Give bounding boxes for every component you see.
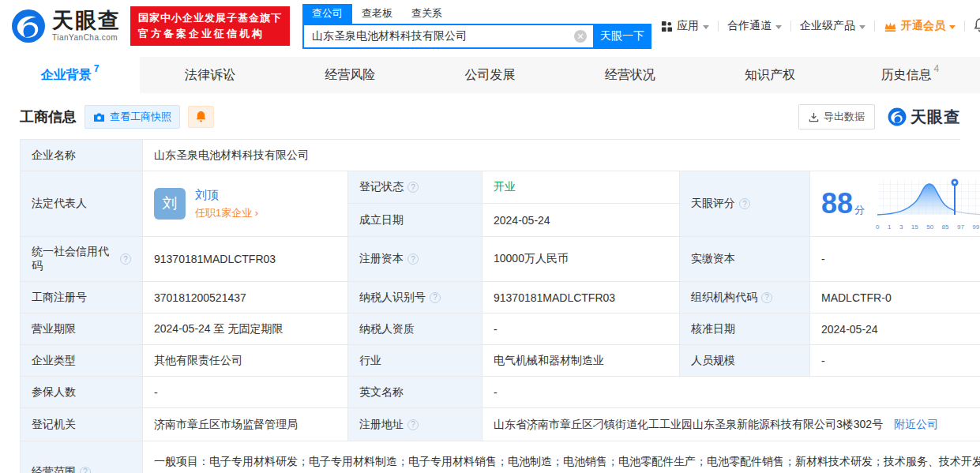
section-title: 工商信息	[20, 107, 77, 126]
tab-label: 企业背景	[41, 67, 92, 84]
field-label-legal-rep: 法定代表人	[21, 171, 143, 237]
help-icon[interactable]: ?	[407, 182, 419, 193]
tab-legal-lawsuit[interactable]: 法律诉讼	[140, 57, 280, 93]
label-text: 天眼评分	[691, 197, 735, 211]
search-button[interactable]: 天眼一下	[593, 24, 651, 49]
search-tab-company[interactable]: 查公司	[302, 4, 352, 24]
bell-icon	[195, 111, 207, 123]
field-label-tianyan-score: 天眼评分 ?	[680, 171, 810, 237]
tianyancha-logo-icon	[888, 107, 907, 126]
field-value-registration-authority: 济南市章丘区市场监督管理局	[143, 408, 348, 441]
help-icon[interactable]: ?	[761, 292, 772, 303]
menu-apps-label: 应用	[677, 19, 699, 33]
tab-company-development[interactable]: 公司发展	[420, 57, 560, 93]
label-text: 注册资本	[359, 252, 404, 266]
field-value-english-name: -	[482, 377, 980, 408]
menu-item-vip[interactable]: 开通会员	[884, 19, 956, 33]
field-label-company-name: 企业名称	[21, 140, 143, 171]
score-distribution-chart: 0131550859799100	[876, 177, 980, 231]
field-label-business-scope: 经营范围 ?	[21, 441, 143, 473]
monitor-bell-button[interactable]	[188, 106, 214, 128]
legal-rep-name-link[interactable]: 刘顶	[195, 188, 258, 203]
field-label-registered-capital: 注册资本 ?	[348, 237, 482, 282]
tab-operating-status[interactable]: 经营状况	[560, 57, 700, 93]
field-value-business-term: 2024-05-24 至 无固定期限	[143, 313, 348, 345]
legal-rep-card: 刘 刘顶 任职1家企业 ›	[143, 171, 348, 237]
search-tabs: 查公司 查老板 查关系	[302, 4, 651, 24]
menu-item-apps[interactable]: 应用	[661, 19, 709, 33]
search-tab-relation[interactable]: 查关系	[402, 4, 452, 24]
status-subgrid: 登记状态 ? 开业 成立日期 2024-05-24	[348, 171, 680, 237]
address-text: 山东省济南市章丘区刁镇街道化工工业园山东圣泉新能源科技有限公司3楼302号	[494, 418, 883, 430]
field-value-registered-address: 山东省济南市章丘区刁镇街道化工工业园山东圣泉新能源科技有限公司3楼302号 附近…	[482, 408, 980, 441]
tab-label: 法律诉讼	[185, 67, 235, 84]
tianyan-score-panel[interactable]: 88 分	[810, 171, 980, 237]
help-icon[interactable]: ?	[407, 253, 419, 265]
business-info-header: 工商信息 查看工商快照 导出数据 天眼查	[20, 104, 960, 130]
export-button-label: 导出数据	[824, 110, 865, 124]
field-value-paid-in-capital: -	[810, 237, 980, 282]
help-icon[interactable]: ?	[80, 467, 91, 473]
menu-cooperation-label: 合作通道	[727, 19, 772, 33]
field-value-registration-number: 370181200521437	[143, 282, 348, 313]
field-label-approval-date: 核准日期	[680, 313, 810, 345]
bell-icon	[974, 18, 980, 32]
search-input[interactable]	[302, 24, 593, 49]
tianyancha-logo[interactable]: 天眼查 TianYanCha.com	[11, 9, 121, 43]
notifications-button[interactable]	[974, 18, 980, 35]
help-icon[interactable]: ?	[120, 253, 131, 265]
logo-title: 天眼查	[52, 10, 121, 32]
menu-vip-label: 开通会员	[901, 19, 945, 33]
label-text: 统一社会信用代码	[32, 245, 116, 273]
menu-enterprise-label: 企业级产品	[800, 19, 855, 33]
top-header: 天眼查 TianYanCha.com 国家中小企业发展子基金旗下 官方备案企业征…	[0, 0, 980, 52]
field-label-insured-count: 参保人数	[21, 377, 143, 408]
field-label-registration-status: 登记状态 ?	[348, 171, 482, 204]
field-label-taxpayer-qualification: 纳税人资质	[348, 313, 482, 345]
clear-search-icon[interactable]: ✕	[574, 30, 587, 43]
label-text: 登记状态	[359, 180, 404, 194]
crown-icon	[884, 21, 897, 32]
field-value-company-type: 其他有限责任公司	[143, 345, 348, 377]
chevron-down-icon	[775, 25, 782, 29]
divider	[964, 21, 965, 32]
field-label-english-name: 英文名称	[348, 377, 482, 408]
help-icon[interactable]: ?	[739, 198, 750, 209]
field-label-industry: 行业	[348, 345, 482, 377]
export-data-button[interactable]: 导出数据	[798, 104, 875, 130]
help-icon[interactable]: ?	[407, 419, 419, 430]
menu-item-enterprise[interactable]: 企业级产品	[800, 19, 865, 33]
field-label-credit-code: 统一社会信用代码 ?	[21, 237, 143, 282]
field-label-org-code: 组织机构代码 ?	[680, 282, 810, 313]
legal-rep-companies-link[interactable]: 任职1家企业 ›	[195, 206, 258, 220]
search-area: 查公司 查老板 查关系 ✕ 天眼一下	[302, 4, 651, 49]
field-label-paid-in-capital: 实缴资本	[680, 237, 810, 282]
label-text: 组织机构代码	[691, 291, 757, 305]
tianyancha-logo-icon	[11, 9, 46, 43]
field-value-credit-code: 91370181MADLCTFR03	[143, 237, 348, 282]
nearby-companies-link[interactable]: 附近公司	[894, 418, 938, 430]
search-tab-boss[interactable]: 查老板	[352, 4, 402, 24]
help-icon[interactable]: ?	[430, 292, 441, 303]
tianyancha-watermark: 天眼查	[888, 107, 960, 128]
company-nav-tabs: 企业背景 7 法律诉讼 经营风险 公司发展 经营状况 知识产权 历史信息 4	[0, 57, 980, 93]
download-icon	[809, 112, 819, 122]
avatar[interactable]: 刘	[154, 188, 186, 220]
tab-operating-risk[interactable]: 经营风险	[280, 57, 420, 93]
tab-company-background[interactable]: 企业背景 7	[0, 57, 140, 93]
score-value: 88	[821, 190, 853, 218]
score-unit: 分	[854, 203, 865, 217]
field-value-taxpayer-id: 91370181MADLCTFR03	[482, 282, 680, 313]
view-snapshot-button[interactable]: 查看工商快照	[84, 105, 180, 129]
divider	[790, 21, 791, 32]
tab-intellectual-property[interactable]: 知识产权	[700, 57, 839, 93]
snapshot-button-label: 查看工商快照	[110, 110, 171, 124]
field-label-registered-address: 注册地址 ?	[348, 408, 482, 441]
field-value-taxpayer-qualification: -	[482, 313, 680, 345]
tab-history-info[interactable]: 历史信息 4	[840, 57, 980, 93]
business-info-table: 企业名称 山东圣泉电池材料科技有限公司 法定代表人 刘 刘顶 任职1家企业 › …	[20, 139, 960, 473]
menu-item-cooperation[interactable]: 合作通道	[727, 19, 782, 33]
apps-grid-icon	[661, 21, 673, 32]
divider	[874, 21, 875, 32]
field-value-org-code: MADLCTFR-0	[810, 282, 980, 313]
